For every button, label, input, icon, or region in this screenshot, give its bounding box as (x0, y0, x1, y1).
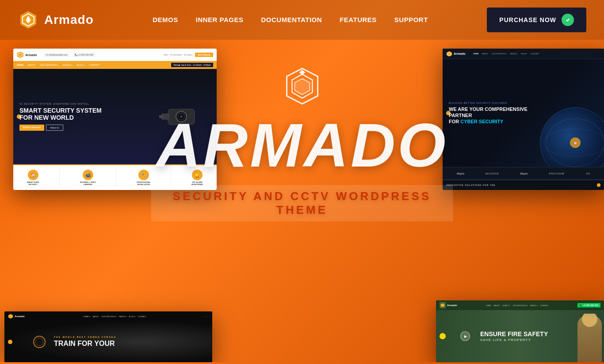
nav-demos[interactable]: DEMOS (153, 16, 178, 23)
navbar: Armado DEMOS INNER PAGES DOCUMENTATION F… (0, 0, 604, 40)
logo-text: Armado (44, 13, 94, 27)
purchase-icon (562, 14, 574, 26)
svg-rect-2 (27, 21, 30, 23)
mock-cta-btn: Get A Quote (195, 53, 213, 57)
svg-marker-15 (441, 303, 445, 307)
svg-marker-16 (287, 68, 317, 104)
nav-features[interactable]: FEATURES (340, 16, 377, 23)
demo-cyber-screenshot[interactable]: Armado HOME ABOUT OUR SERVICES ▾ PAGES ▾… (443, 49, 604, 190)
logo-icon (18, 9, 39, 30)
center-logo-icon (282, 66, 322, 106)
demo-security-screenshot[interactable]: Armado ✉ info@example.com 📞 +0 000 000 0… (13, 49, 217, 190)
nav-inner-pages[interactable]: INNER PAGES (196, 16, 244, 23)
brand-subtitle: SECURITY AND CCTV WORDPRESS THEME (151, 185, 453, 221)
svg-marker-17 (292, 74, 312, 98)
hero-section: Armado ✉ info@example.com 📞 +0 000 000 0… (0, 40, 604, 362)
demo-armed-screenshot[interactable]: Armado HOME ▾ ABOUT OUR SERVICES ▾ PAGES… (4, 311, 212, 362)
svg-marker-19 (299, 70, 305, 75)
page-wrapper: Armado DEMOS INNER PAGES DOCUMENTATION F… (0, 0, 604, 362)
logo-link[interactable]: Armado (18, 9, 94, 30)
nav-documentation[interactable]: DOCUMENTATION (261, 16, 322, 23)
nav-links: DEMOS INNER PAGES DOCUMENTATION FEATURES… (153, 16, 428, 24)
svg-marker-18 (294, 79, 310, 95)
svg-point-9 (180, 115, 183, 118)
svg-rect-11 (159, 115, 163, 118)
svg-marker-14 (8, 314, 13, 318)
svg-marker-4 (17, 52, 23, 58)
demo-fire-screenshot[interactable]: Armado HOME ABOUT QUALITY OUR SERVICES ▾… (436, 300, 604, 362)
nav-support[interactable]: SUPPORT (394, 16, 428, 23)
purchase-button[interactable]: PURCHASE NOW (487, 8, 586, 32)
